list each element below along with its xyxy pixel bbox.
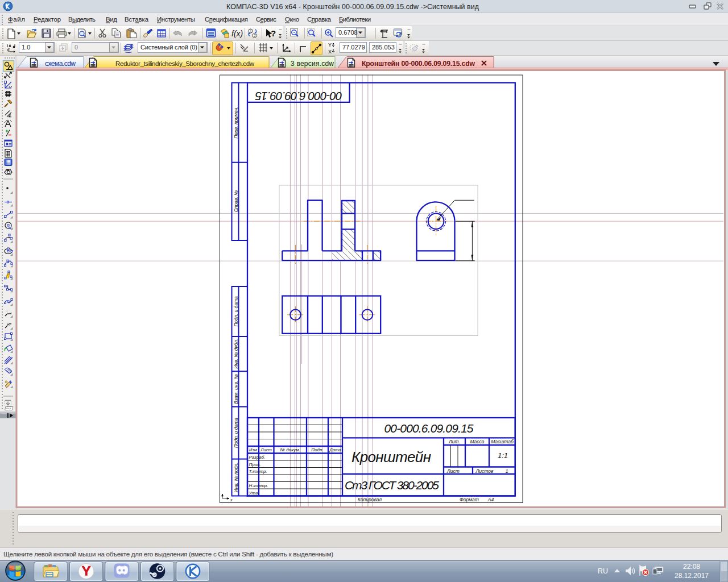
svg-text:1.0: 1.0 — [22, 44, 30, 51]
svg-text:0: 0 — [75, 44, 78, 51]
svg-text:Кронштейн 00-000.06.09.09.15.c: Кронштейн 00-000.06.09.09.15.cdw — [362, 60, 475, 68]
svg-text:Копировал: Копировал — [358, 497, 382, 502]
svg-text:Кронштейн: Кронштейн — [351, 448, 431, 465]
svg-text:Инв. № дубл.: Инв. № дубл. — [233, 339, 239, 368]
svg-text:КОМПАС-3D V16 x64 - Кронштейн: КОМПАС-3D V16 x64 - Кронштейн 00-000.06.… — [226, 3, 479, 11]
svg-text:Спецификация: Спецификация — [205, 16, 248, 23]
svg-text:3 версия.cdw: 3 версия.cdw — [291, 60, 334, 68]
svg-text:Лит.: Лит. — [448, 439, 460, 444]
svg-text:Инв. № подл.: Инв. № подл. — [233, 463, 239, 493]
svg-text:1: 1 — [250, 28, 252, 34]
svg-text:Масштаб: Масштаб — [491, 439, 514, 444]
svg-text:28.12.2017: 28.12.2017 — [675, 572, 709, 580]
svg-text:RU: RU — [598, 567, 608, 575]
svg-text:Сервис: Сервис — [256, 16, 276, 23]
svg-text:00-000.6.09.09.15: 00-000.6.09.09.15 — [255, 90, 342, 103]
svg-text:f(x): f(x) — [231, 29, 243, 38]
svg-text:Инструменты: Инструменты — [157, 16, 195, 23]
svg-text:285.053: 285.053 — [372, 44, 395, 51]
svg-text:Н.контр.: Н.контр. — [249, 483, 268, 488]
svg-text:Библиотеки: Библиотеки — [339, 16, 371, 23]
svg-text:2: 2 — [254, 33, 256, 38]
svg-text:Выделить: Выделить — [68, 16, 96, 23]
svg-text:77.0279: 77.0279 — [342, 44, 365, 51]
svg-text:Подп. и дата: Подп. и дата — [233, 418, 239, 448]
svg-text:Т.контр.: Т.контр. — [249, 469, 267, 474]
svg-text:Reduktor_tsilindricheskiy_Sbor: Reduktor_tsilindricheskiy_Sborochny_cher… — [115, 60, 255, 67]
svg-text:Щелкните левой кнопкой мыши на: Щелкните левой кнопкой мыши на объекте д… — [3, 550, 333, 558]
svg-text:Окно: Окно — [285, 16, 299, 23]
svg-text:A4: A4 — [487, 497, 494, 502]
svg-text:?: ? — [271, 28, 276, 38]
svg-text:Справ. №: Справ. № — [233, 190, 239, 213]
svg-text:Вид: Вид — [106, 16, 117, 23]
svg-text:Утв.: Утв. — [249, 490, 259, 496]
svg-text:Вставка: Вставка — [125, 16, 149, 23]
svg-text:0.6708: 0.6708 — [338, 29, 358, 36]
svg-text:Y: Y — [328, 42, 332, 48]
svg-text:Изм: Изм — [249, 447, 257, 452]
svg-text:Формат: Формат — [460, 497, 479, 502]
svg-text:Перв. примен.: Перв. примен. — [233, 106, 239, 139]
svg-text:X: X — [328, 49, 332, 55]
svg-text:Лист: Лист — [446, 468, 460, 474]
svg-text:Дата: Дата — [329, 447, 341, 452]
svg-text:Подп.: Подп. — [311, 447, 323, 452]
svg-text:схема.cdw: схема.cdw — [45, 60, 76, 68]
svg-text:Ст3 ГОСТ 380-2005: Ст3 ГОСТ 380-2005 — [345, 479, 439, 492]
svg-text:1:1: 1:1 — [498, 451, 508, 460]
svg-text:Справка: Справка — [307, 16, 332, 23]
svg-text:Системный слой (0): Системный слой (0) — [140, 44, 197, 51]
svg-text:Редактор: Редактор — [34, 16, 61, 23]
svg-text:Разраб.: Разраб. — [249, 455, 266, 460]
svg-text:Масса: Масса — [470, 439, 484, 444]
svg-text:Лист: Лист — [260, 447, 271, 452]
svg-text:x: x — [230, 498, 233, 502]
svg-text:Файл: Файл — [8, 16, 25, 23]
svg-text:Взам. инв. №: Взам. инв. № — [233, 374, 239, 404]
svg-text:№ докум.: № докум. — [280, 447, 300, 452]
svg-text:22:08: 22:08 — [683, 563, 700, 571]
svg-text:Пров.: Пров. — [249, 462, 261, 467]
svg-text:00-000.6.09.09.15: 00-000.6.09.09.15 — [384, 422, 474, 435]
svg-text:Подп. и дата: Подп. и дата — [233, 296, 239, 326]
svg-text:Листов: Листов — [475, 468, 494, 474]
svg-text:1: 1 — [506, 468, 508, 474]
